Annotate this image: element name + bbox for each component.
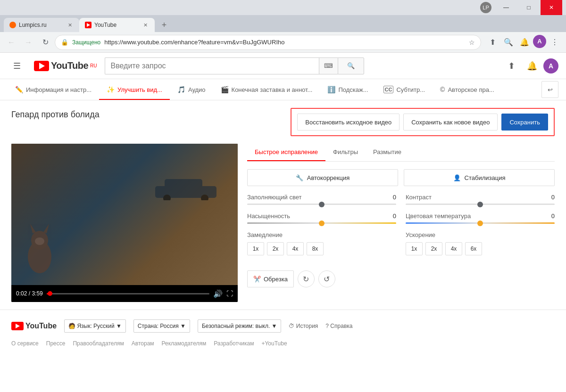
browser-tabs-bar: Lumpics.ru ✕ YouTube ✕ + (0, 15, 566, 32)
contrast-track[interactable] (406, 204, 555, 205)
browser-tab-youtube[interactable]: YouTube ✕ (79, 18, 155, 32)
saturation-thumb[interactable] (319, 220, 325, 226)
temperature-thumb[interactable] (477, 220, 483, 226)
fill-light-thumb[interactable] (319, 202, 325, 207)
slider-row-2: Насыщенность 0 Цветовая температура 0 (247, 212, 555, 224)
auto-fix-row: 🔧 Автокоррекция 👤 Стабилизация (247, 169, 555, 186)
minimize-button[interactable]: — (495, 0, 517, 15)
help-link[interactable]: ? Справка (325, 323, 352, 329)
country-selector[interactable]: Страна: Россия ▼ (133, 319, 190, 333)
trim-icon: ✂️ (253, 276, 261, 283)
address-input[interactable]: 🔒 Защищено https://www.youtube.com/enhan… (55, 35, 481, 50)
tab-endscreen-label: Конечная заставка и аннот... (232, 86, 313, 93)
contrast-thumb[interactable] (477, 202, 483, 207)
contrast-label-row: Контраст 0 (406, 194, 555, 201)
browser-frame: LP — □ ✕ Lumpics.ru ✕ YouTube ✕ + ← → ↻ … (0, 0, 566, 392)
action-buttons-group: Восстановить исходное видео Сохранить ка… (291, 108, 555, 136)
editor-top-row: Гепард против болида Восстановить исходн… (11, 108, 555, 136)
footer-link-about[interactable]: О сервисе (11, 340, 39, 347)
footer-link-advertise[interactable]: Рекламодателям (162, 340, 207, 347)
temperature-track[interactable] (406, 222, 555, 224)
forward-button[interactable]: → (21, 35, 36, 50)
menu-icon[interactable]: ⋮ (547, 35, 562, 50)
footer-link-press[interactable]: Прессе (46, 340, 66, 347)
speed-4x-button[interactable]: 4x (445, 242, 462, 255)
speed-2x-button[interactable]: 2x (425, 242, 442, 255)
safe-mode-selector[interactable]: Безопасный режим: выкл. ▼ (198, 319, 282, 333)
maximize-button[interactable]: □ (518, 0, 540, 15)
page-content: ☰ YouTubeRU ⌨ 🔍 ⬆ 🔔 A ✏️ Информ (0, 53, 566, 392)
close-button[interactable]: ✕ (541, 0, 562, 15)
footer-link-creators[interactable]: Авторам (132, 340, 154, 347)
contrast-label: Контраст (406, 194, 432, 201)
new-tab-button[interactable]: + (155, 18, 174, 32)
enhancement-tabs: Быстрое исправление Фильтры Размытие (247, 144, 555, 162)
save-button[interactable]: Сохранить (501, 114, 548, 131)
search-icon[interactable]: 🔍 (501, 35, 516, 50)
youtube-tab-label: YouTube (94, 22, 117, 28)
undo-button[interactable]: ↻ (298, 270, 315, 287)
tab-copyright[interactable]: © Авторское пра... (433, 79, 502, 100)
youtube-logo[interactable]: YouTubeRU (34, 60, 97, 71)
editor-back-button[interactable]: ↩ (541, 81, 558, 98)
user-avatar[interactable]: A (533, 35, 546, 48)
enh-tab-quick[interactable]: Быстрое исправление (247, 144, 325, 161)
fill-light-track[interactable] (247, 204, 396, 205)
editor-main: Гепард против болида Восстановить исходн… (0, 100, 566, 310)
language-selector[interactable]: 🧑 Язык: Русский ▼ (64, 319, 126, 333)
saturation-label: Насыщенность (247, 212, 290, 220)
footer-logo[interactable]: YouTube (11, 322, 57, 330)
slow-4x-button[interactable]: 4x (287, 242, 304, 255)
slow-2x-button[interactable]: 2x (267, 242, 284, 255)
footer-link-developers[interactable]: Разработчикам (214, 340, 254, 347)
refresh-button[interactable]: ↻ (38, 35, 53, 50)
browser-tab-lumpics[interactable]: Lumpics.ru ✕ (4, 18, 79, 32)
trim-button[interactable]: ✂️ Обрезка (247, 270, 294, 287)
enh-tab-blur[interactable]: Размытие (366, 144, 409, 161)
tab-cards[interactable]: ℹ️ Подскаж... (320, 79, 375, 100)
saturation-track[interactable] (247, 222, 396, 224)
search-button[interactable]: 🔍 (338, 57, 364, 74)
slow-1x-button[interactable]: 1x (247, 242, 264, 255)
upload-video-icon[interactable]: ⬆ (502, 57, 521, 75)
redo-button[interactable]: ↺ (318, 270, 335, 287)
video-thumbnail (11, 144, 238, 285)
enh-tab-filters[interactable]: Фильтры (325, 144, 366, 161)
footer-link-plus[interactable]: +YouTube (261, 340, 287, 347)
keyboard-icon[interactable]: ⌨ (319, 57, 338, 74)
tab-enhance[interactable]: ✨ Улучшить вид... (99, 79, 170, 100)
video-progress-thumb (48, 291, 52, 296)
lumpics-tab-close[interactable]: ✕ (66, 21, 74, 29)
notifications-icon[interactable]: 🔔 (523, 57, 541, 75)
footer-link-copyright[interactable]: Правообладателям (73, 340, 124, 347)
footer-logo-icon (11, 322, 24, 330)
search-input[interactable] (105, 57, 319, 74)
speed-6x-button[interactable]: 6x (465, 242, 482, 255)
youtube-tab-close[interactable]: ✕ (142, 21, 149, 29)
tab-info[interactable]: ✏️ Информация и настр... (8, 79, 99, 100)
tab-cards-label: Подскаж... (338, 86, 368, 93)
svg-point-4 (35, 237, 44, 245)
save-as-new-button[interactable]: Сохранить как новое видео (403, 114, 498, 131)
auto-fix-button[interactable]: 🔧 Автокоррекция (247, 169, 398, 186)
stabilize-icon: 👤 (453, 174, 461, 181)
notification-icon[interactable]: 🔔 (517, 35, 532, 50)
slow-8x-button[interactable]: 8x (307, 242, 324, 255)
stabilize-button[interactable]: 👤 Стабилизация (404, 169, 555, 186)
hamburger-menu[interactable]: ☰ (8, 57, 26, 75)
tab-subtitles[interactable]: CC Субтитр... (376, 79, 433, 100)
speed-1x-button[interactable]: 1x (406, 242, 423, 255)
tab-audio[interactable]: 🎵 Аудио (170, 79, 213, 100)
back-button[interactable]: ← (4, 35, 19, 50)
upload-icon[interactable]: ⬆ (485, 35, 500, 50)
fill-light-value: 0 (393, 194, 396, 201)
yt-user-avatar[interactable]: A (543, 58, 558, 74)
tab-subtitles-label: Субтитр... (396, 86, 425, 93)
fullscreen-icon[interactable]: ⛶ (226, 290, 233, 297)
tab-endscreen[interactable]: 🎬 Конечная заставка и аннот... (213, 79, 320, 100)
restore-button[interactable]: Восстановить исходное видео (297, 114, 400, 131)
video-progress-bar[interactable] (47, 293, 209, 294)
bookmark-icon[interactable]: ☆ (469, 39, 475, 46)
volume-icon[interactable]: 🔊 (213, 289, 223, 298)
history-link[interactable]: ⏱ История (289, 323, 318, 329)
